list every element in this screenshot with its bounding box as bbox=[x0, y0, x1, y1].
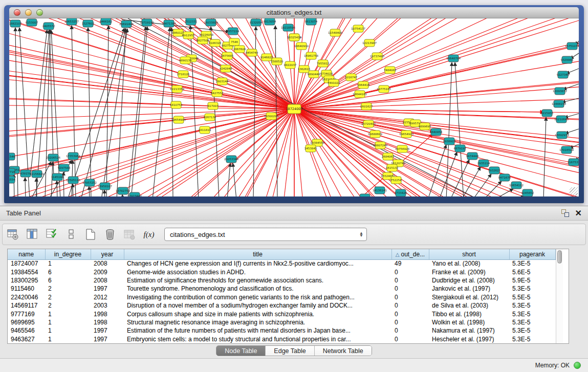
table-cell[interactable]: Corpus callosum shape and size in male p… bbox=[124, 310, 391, 318]
table-cell[interactable]: 1 bbox=[45, 318, 91, 326]
graph-node-yellow[interactable]: 16961758 bbox=[304, 52, 318, 59]
graph-node-yellow[interactable]: 8475685 bbox=[221, 52, 234, 59]
graph-node-yellow[interactable]: 1453845 bbox=[304, 145, 317, 152]
graph-node-teal[interactable]: 6879197 bbox=[454, 145, 467, 152]
graph-node-yellow[interactable]: 752254 bbox=[391, 177, 402, 184]
graph-node-teal[interactable]: 14136141 bbox=[373, 187, 387, 194]
graph-node-teal[interactable]: 12923448 bbox=[127, 192, 142, 196]
table-cell[interactable]: 2009 bbox=[91, 268, 124, 276]
graph-node-teal[interactable]: 12093872 bbox=[553, 87, 567, 95]
table-cell[interactable]: Disruption of a novel member of a sodium… bbox=[124, 301, 391, 310]
table-cell[interactable]: 1997 bbox=[91, 335, 124, 343]
table-cell[interactable]: 5.3E-5 bbox=[509, 326, 555, 335]
table-cell[interactable]: 5.9E-5 bbox=[509, 276, 555, 285]
table-cell[interactable]: 0 bbox=[391, 310, 429, 318]
table-cell[interactable]: 2012 bbox=[91, 293, 124, 301]
graph-node-yellow[interactable]: 9899695 bbox=[419, 123, 431, 130]
graph-node-teal[interactable]: 9245012 bbox=[359, 194, 372, 196]
zoom-window-icon[interactable] bbox=[36, 9, 43, 16]
graph-node-yellow[interactable]: 7955812 bbox=[317, 60, 330, 67]
graph-node-teal[interactable]: 11156829 bbox=[30, 170, 44, 178]
graph-node-teal[interactable]: 12505115 bbox=[66, 177, 80, 184]
table-cell[interactable]: Genome-wide association studies in ADHD. bbox=[124, 268, 391, 276]
table-cell[interactable]: 5.3E-5 bbox=[509, 318, 555, 326]
graph-node-yellow[interactable]: 18325419 bbox=[287, 34, 301, 41]
citation-graph[interactable]: 1882107815300724055721065325715276026466… bbox=[9, 18, 579, 196]
table-row[interactable]: 1872400712008Changes of HCN gene express… bbox=[8, 259, 555, 268]
graph-node-teal[interactable]: 2405572 bbox=[42, 23, 55, 30]
graph-node-teal[interactable]: 8613074 bbox=[305, 18, 318, 25]
graph-node-yellow[interactable]: 19756928 bbox=[395, 145, 409, 152]
graph-node-teal[interactable]: 9245652 bbox=[521, 189, 534, 196]
table-cell[interactable]: 1997 bbox=[91, 326, 124, 335]
graph-node-teal[interactable]: 7857224 bbox=[227, 28, 239, 35]
table-cell[interactable]: 1998 bbox=[91, 310, 124, 318]
network-canvas[interactable]: 1882107815300724055721065325715276026466… bbox=[9, 18, 579, 196]
delete-table-icon[interactable] bbox=[104, 228, 116, 240]
table-cell[interactable]: Jankovic et al. (1997) bbox=[429, 285, 509, 293]
graph-node-teal[interactable]: 1527602 bbox=[82, 20, 95, 27]
table-cell[interactable]: 1 bbox=[45, 310, 91, 318]
graph-node-teal[interactable]: 8471676 bbox=[498, 174, 511, 181]
column-header-short[interactable]: short bbox=[429, 249, 509, 259]
table-cell[interactable]: 0 bbox=[391, 293, 429, 301]
import-table-icon[interactable] bbox=[123, 228, 136, 240]
table-cell[interactable]: Estimation of significance thresholds fo… bbox=[124, 276, 391, 285]
table-cell[interactable]: 2008 bbox=[91, 259, 124, 268]
graph-node-teal[interactable]: 10654112 bbox=[509, 182, 524, 189]
graph-node-teal[interactable]: 946554 bbox=[9, 176, 15, 183]
row-height-icon[interactable] bbox=[65, 228, 77, 240]
tab-edge-table[interactable]: Edge Table bbox=[266, 346, 314, 356]
table-cell[interactable]: 0 bbox=[391, 326, 429, 335]
graph-node-yellow[interactable]: 8454749 bbox=[246, 49, 258, 56]
resize-grip[interactable] bbox=[570, 187, 578, 195]
graph-node-yellow[interactable]: 7491022 bbox=[328, 79, 340, 86]
table-cell[interactable]: 18724007 bbox=[8, 259, 45, 268]
graph-node-yellow[interactable]: 1601627 bbox=[360, 103, 373, 110]
table-cell[interactable]: Changes of HCN gene expression and I(f) … bbox=[124, 259, 391, 268]
graph-node-teal[interactable]: 15751074 bbox=[565, 42, 579, 50]
table-row[interactable]: 946362711997Embryonic stem cells: a mode… bbox=[8, 335, 555, 343]
graph-node-yellow[interactable]: 12213359 bbox=[170, 85, 184, 93]
graph-node-teal[interactable]: 16671385 bbox=[162, 20, 176, 27]
graph-node-yellow[interactable]: 19654923 bbox=[399, 130, 413, 138]
column-header-pagerank[interactable]: pagerank bbox=[509, 249, 555, 259]
table-cell[interactable]: 5.3E-5 bbox=[509, 259, 555, 268]
table-settings-icon[interactable] bbox=[7, 228, 19, 240]
table-cell[interactable]: 1997 bbox=[91, 285, 124, 293]
table-cell[interactable]: 2008 bbox=[91, 276, 124, 285]
graph-node-yellow[interactable]: 2867608 bbox=[233, 46, 246, 53]
table-row[interactable]: 969969511998Structural magnetic resonanc… bbox=[8, 318, 555, 326]
graph-node-yellow[interactable]: 2803144 bbox=[216, 78, 229, 85]
graph-node-yellow[interactable]: 8912955 bbox=[182, 32, 195, 39]
table-cell[interactable]: Tourette syndrome. Phenomenology and cla… bbox=[124, 285, 391, 293]
table-cell[interactable]: 0 bbox=[391, 301, 429, 310]
graph-node-teal[interactable]: 17016504 bbox=[559, 146, 574, 154]
table-cell[interactable]: 2 bbox=[45, 285, 91, 293]
graph-node-yellow[interactable]: 10688609 bbox=[368, 130, 382, 138]
graph-node-teal[interactable]: 8215955 bbox=[541, 110, 554, 117]
graph-node-yellow[interactable]: 1810753 bbox=[170, 101, 183, 108]
table-cell[interactable]: 5.6E-5 bbox=[509, 268, 555, 276]
graph-node-teal[interactable]: 16648784 bbox=[446, 55, 461, 62]
table-cell[interactable]: 9777169 bbox=[8, 310, 45, 318]
table-cell[interactable]: 9699695 bbox=[8, 318, 45, 326]
graph-node-yellow[interactable]: 15720407 bbox=[361, 120, 376, 127]
graph-node-teal[interactable]: 20691406 bbox=[119, 20, 134, 28]
graph-node-yellow[interactable]: 18644161 bbox=[353, 91, 367, 98]
graph-node-teal[interactable]: 17353964 bbox=[66, 152, 80, 160]
table-cell[interactable]: Yano et al. (2008) bbox=[429, 259, 509, 268]
table-cell[interactable]: 14569117 bbox=[8, 301, 45, 310]
float-panel-icon[interactable] bbox=[561, 209, 569, 217]
graph-node-teal[interactable]: 16210643 bbox=[554, 116, 569, 123]
graph-node-teal[interactable]: 10719195 bbox=[140, 19, 154, 26]
table-cell[interactable]: 19384554 bbox=[8, 268, 45, 276]
table-cell[interactable]: 1 bbox=[45, 335, 91, 343]
graph-node-teal[interactable]: 8938923 bbox=[443, 138, 456, 145]
table-cell[interactable]: 0 bbox=[391, 268, 429, 276]
tab-network-table[interactable]: Network Table bbox=[315, 346, 372, 356]
graph-node-teal[interactable]: 1640954 bbox=[430, 128, 443, 136]
graph-node-yellow[interactable]: 19737493 bbox=[370, 53, 384, 60]
table-row[interactable]: 911546021997Tourette syndrome. Phenomeno… bbox=[8, 285, 555, 293]
column-header-name[interactable]: name bbox=[8, 249, 45, 259]
